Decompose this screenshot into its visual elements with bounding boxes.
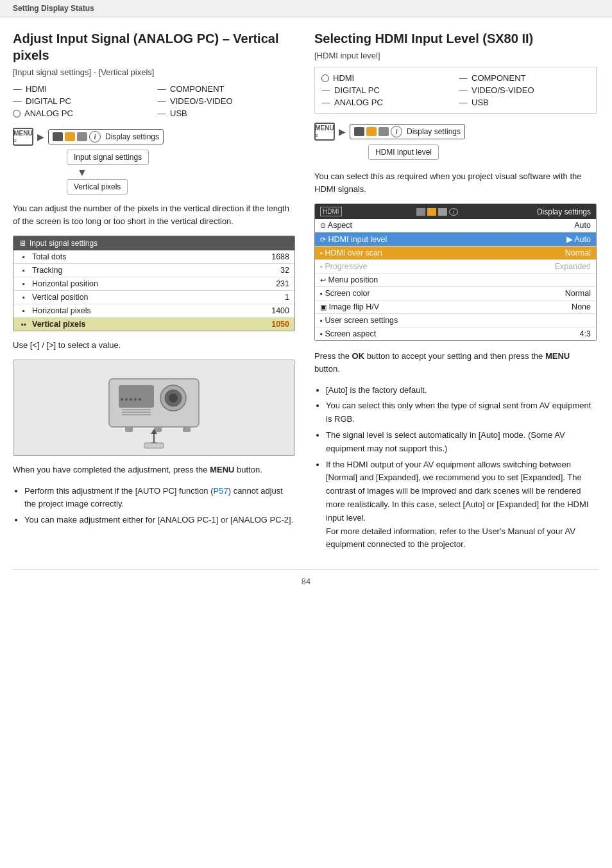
hdmi-level-icon: ⟳ — [320, 236, 326, 243]
screen-aspect-icon: ▪ — [320, 330, 323, 338]
row-icon: ▪ — [19, 293, 29, 301]
row-value: 32 — [280, 266, 289, 275]
row-value: 1050 — [271, 320, 289, 329]
dash-icon: — — [157, 84, 166, 94]
row-text: Screen aspect — [325, 329, 376, 338]
dash-icon: — — [321, 98, 330, 107]
right-column: Selecting HDMI Input Level (SX80 II) [HD… — [314, 30, 597, 557]
left-settings-table: 🖥 Input signal settings ▪ Total dots 168… — [13, 236, 295, 331]
submenu2-label: Vertical pixels — [74, 182, 121, 191]
projector-svg — [90, 366, 218, 449]
panel-row-hdmi-input-level: ⟳ HDMI input level ▶ Auto — [315, 232, 596, 247]
signal-label: VIDEO/S-VIDEO — [170, 96, 233, 106]
row-text: Horizontal pixels — [32, 306, 91, 315]
signal-label: ANALOG PC — [334, 98, 383, 107]
row-label: ▪ Screen aspect — [320, 329, 376, 338]
completion-pre: When you have completed the adjustment, … — [13, 465, 210, 474]
signal-row-usb-r: — USB — [459, 97, 590, 108]
dash-icon: — — [321, 85, 330, 95]
row-text: Tracking — [32, 266, 62, 275]
dash-icon: — — [157, 96, 166, 106]
row-label: ▪▪ Vertical pixels — [19, 320, 85, 329]
header-bar: Setting Display Status — [0, 0, 612, 17]
row-label: ▪ User screen settings — [320, 316, 398, 325]
row-label: ▪ Total dots — [19, 252, 67, 261]
settings-table-header: 🖥 Input signal settings — [13, 236, 294, 250]
menu-tab-box: i Display settings — [48, 129, 164, 144]
right-menu-nav: MENU≡ ▶ i Display settings — [314, 123, 597, 141]
progressive-icon: ▪ — [320, 263, 323, 270]
row-text: HDMI input level — [328, 235, 387, 244]
row-text: Progressive — [325, 262, 367, 271]
row-label: ▪ Horizontal pixels — [19, 306, 91, 315]
rbullet-4: If the HDMI output of your AV equipment … — [326, 458, 597, 552]
ok-bold: OK — [352, 351, 365, 361]
completion-bold: MENU — [210, 465, 234, 474]
row-value: 231 — [276, 279, 289, 288]
row-value: Auto — [574, 221, 591, 230]
overscan-icon: ▪ — [320, 249, 323, 257]
svg-rect-13 — [125, 427, 133, 432]
signal-label: COMPONENT — [472, 73, 526, 83]
row-text: HDMI over scan — [325, 248, 382, 257]
page-number: 84 — [0, 570, 612, 599]
vertical-pixels-box: Vertical pixels — [67, 179, 128, 195]
table-row-totaldots: ▪ Total dots 1688 — [13, 250, 294, 264]
row-icon: ▪▪ — [19, 320, 29, 328]
hdmi-panel-header-left: HDMI — [320, 207, 342, 216]
panel-row-user-screen: ▪ User screen settings — [315, 314, 596, 327]
row-label: ▣ Image flip H/V — [320, 302, 379, 311]
row-value: Expanded — [555, 262, 591, 271]
tab-orange-icon-r — [366, 127, 377, 136]
tab-info: i — [449, 208, 458, 216]
hdmi-panel-tabs: i — [416, 208, 458, 216]
dash-icon: — — [459, 85, 468, 95]
radio-selected-icon — [13, 110, 21, 117]
table-header-label: Input signal settings — [30, 239, 98, 248]
left-signal-grid: — HDMI — COMPONENT — DIGITAL PC — VIDEO/… — [13, 83, 295, 119]
signal-label: VIDEO/S-VIDEO — [472, 85, 534, 95]
signal-row-hdmi: — HDMI — [13, 83, 151, 94]
row-value: 1400 — [271, 306, 289, 315]
row-text: Vertical position — [32, 293, 89, 302]
signal-label: DIGITAL PC — [334, 85, 380, 95]
svg-point-9 — [139, 398, 141, 401]
signal-label: ANALOG PC — [24, 108, 73, 118]
svg-point-7 — [130, 398, 132, 401]
projector-image-container — [13, 360, 295, 456]
link-p57[interactable]: P57 — [214, 486, 228, 496]
panel-row-hdmi-overscan: ▪ HDMI over scan Normal — [315, 247, 596, 260]
right-body1: You can select this as required when you… — [314, 170, 597, 196]
hdmi-panel-header: HDMI i Display settings — [315, 204, 596, 219]
row-label: ⟳ HDMI input level — [320, 235, 387, 244]
use-instruction: Use [<] / [>] to select a value. — [13, 339, 295, 352]
row-icon: ▪ — [19, 307, 29, 315]
svg-rect-1 — [119, 385, 154, 408]
panel-row-image-flip: ▣ Image flip H/V None — [315, 300, 596, 314]
signal-label: COMPONENT — [170, 84, 225, 94]
info-icon-r: i — [391, 126, 402, 137]
panel-row-aspect: ⊙ Aspect Auto — [315, 219, 596, 232]
signal-label: DIGITAL PC — [26, 96, 71, 106]
table-row-vpos: ▪ Vertical position 1 — [13, 291, 294, 304]
header-title: Setting Display Status — [13, 4, 94, 13]
panel-row-menu-position: ↩ Menu position — [315, 273, 596, 287]
tab2 — [427, 208, 436, 216]
hdmi-input-level-box: HDMI input level — [368, 144, 439, 160]
svg-point-5 — [121, 398, 123, 401]
signal-row-analogpc-r: — ANALOG PC — [321, 97, 452, 108]
row-label: ▪ Horizontal position — [19, 279, 98, 288]
menu-pos-icon: ↩ — [320, 276, 326, 284]
row-label: ▪ Vertical position — [19, 293, 89, 302]
signal-row-videosvideo-r: — VIDEO/S-VIDEO — [459, 85, 590, 96]
left-subtitle: [Input signal settings] - [Vertical pixe… — [13, 67, 295, 77]
menu-label-r: MENU≡ — [315, 125, 334, 139]
tab-dark-icon — [53, 132, 63, 141]
bullet-item-1: Perform this adjustment if the [AUTO PC]… — [24, 485, 295, 512]
right-subtitle: [HDMI input level] — [314, 51, 597, 60]
signal-row-digitalpc: — DIGITAL PC — [13, 96, 151, 107]
signal-label: USB — [170, 108, 187, 118]
row-text: Aspect — [328, 221, 352, 230]
right-title: Selecting HDMI Input Level (SX80 II) — [314, 30, 597, 47]
submenu1-label: Input signal settings — [74, 153, 142, 162]
